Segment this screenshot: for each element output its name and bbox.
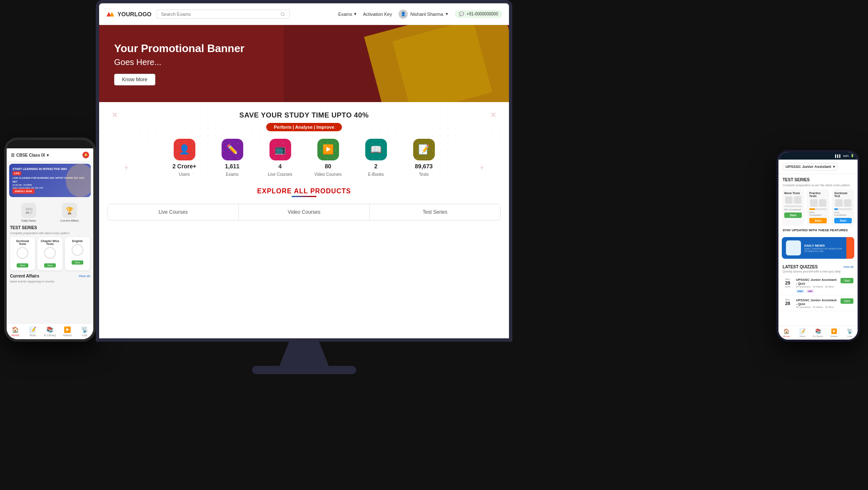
quiz-title: LATEST QUIZZES bbox=[783, 265, 818, 269]
user-name: Nishant Sharma bbox=[410, 12, 443, 17]
stat-icon-wrap: 📺 bbox=[269, 139, 291, 160]
left-phone-class-label: ☰ CBSE Class IX ▾ bbox=[11, 153, 49, 158]
test-card-1[interactable]: Chapter Wise Tests Start bbox=[37, 237, 62, 270]
rph-tests-icon: 📝 bbox=[799, 328, 806, 334]
rph-card-thumb-1 bbox=[810, 199, 818, 207]
quiz-btn-1[interactable]: Start bbox=[841, 298, 853, 304]
search-input[interactable] bbox=[161, 12, 278, 17]
daily-news-icon-item[interactable]: 📰 Daily News bbox=[21, 203, 36, 222]
rph-elibrary-icon: 📚 bbox=[815, 328, 821, 334]
rph-card-thumb-0 bbox=[785, 196, 793, 204]
stat-icon: 👤 bbox=[179, 144, 190, 155]
ph-nav-videos[interactable]: ▶️ Videos bbox=[59, 326, 76, 337]
stat-label: E-Books bbox=[368, 172, 384, 177]
banner-subtitle: Goes Here... bbox=[114, 58, 244, 67]
quiz-badge-eng-0: ENG bbox=[796, 290, 805, 293]
exam-dropdown[interactable]: UPSSSC Junior Assistant ▾ bbox=[783, 163, 838, 170]
rph-test-card-1[interactable]: Practice Tests 34% Completed Start bbox=[807, 189, 829, 226]
test-series-sub: Complete preparation with latest exam pa… bbox=[7, 232, 93, 237]
notification-badge[interactable]: 🔔 bbox=[82, 152, 89, 158]
tab-live-courses[interactable]: Live Courses bbox=[108, 204, 239, 220]
tab-test-series[interactable]: Test Series bbox=[370, 204, 500, 220]
exams-nav[interactable]: Exams ▾ bbox=[338, 11, 357, 17]
user-nav[interactable]: 👤 Nishant Sharma ▾ bbox=[399, 10, 448, 19]
rph-start-btn-2[interactable]: Start bbox=[834, 218, 852, 223]
test-card-2-title: English bbox=[67, 240, 87, 242]
ph-nav-elibrary[interactable]: 📚 E-Library bbox=[41, 326, 59, 337]
current-affairs-icon-item[interactable]: 🏆 Current Affairs bbox=[60, 203, 79, 222]
left-phone-header: ☰ CBSE Class IX ▾ 🔔 bbox=[7, 148, 93, 161]
ph-nav-live[interactable]: 📡 Live bbox=[76, 326, 93, 337]
phone-notch bbox=[35, 140, 65, 148]
svg-line-3 bbox=[284, 15, 284, 16]
videos-icon: ▶️ bbox=[64, 326, 71, 333]
rph-nav-home[interactable]: 🏠 Home bbox=[778, 328, 794, 338]
ph-nav-tests[interactable]: 📝 Tests bbox=[24, 326, 42, 337]
view-all-link[interactable]: View all bbox=[79, 274, 90, 278]
stat-label: Tests bbox=[419, 172, 429, 177]
product-tabs: Live Courses Video Courses Test Series bbox=[107, 204, 501, 220]
monitor-screen: YOURLOGO Exams ▾ Activation Key 👤 Nishan… bbox=[99, 3, 509, 338]
explore-underline bbox=[292, 196, 317, 197]
current-affairs-icon: 🏆 bbox=[62, 203, 77, 218]
tests-label: Tests bbox=[29, 334, 36, 337]
left-phone-screen: ☰ CBSE Class IX ▾ 🔔 START LEARNING IN IN… bbox=[7, 148, 93, 342]
rph-tests-label: Tests bbox=[799, 335, 805, 338]
quiz-view-all[interactable]: View All bbox=[843, 265, 853, 268]
search-bar[interactable] bbox=[157, 10, 290, 19]
elibrary-label: E-Library bbox=[44, 334, 56, 337]
rph-elibrary-label: E-Library bbox=[813, 335, 823, 338]
monitor-wrap: YOURLOGO Exams ▾ Activation Key 👤 Nishan… bbox=[96, 0, 512, 375]
test-card-0-btn[interactable]: Start bbox=[17, 263, 29, 268]
rph-progress-bar-0 bbox=[784, 205, 802, 207]
stat-item: 📺 4 Live Courses bbox=[260, 139, 300, 177]
banner-img-overlay bbox=[284, 25, 509, 102]
features-banner-sub: DAILY UPDATES OF NEWS FOR STUDENTS USE bbox=[804, 248, 843, 252]
quiz-btn-0[interactable]: Start bbox=[841, 278, 853, 283]
phone-number: +91-0000000000 bbox=[466, 12, 498, 16]
home-label: Home bbox=[11, 334, 19, 337]
left-phone-banner: START LEARNING IN INTRACTIVE WAY LIVE LI… bbox=[9, 164, 91, 197]
ph-nav-home[interactable]: 🏠 Home bbox=[7, 326, 24, 337]
rph-nav-elibrary[interactable]: 📚 E-Library bbox=[810, 328, 826, 338]
rph-test-series-title: TEST SERIES bbox=[778, 174, 858, 184]
rph-start-btn-1[interactable]: Start bbox=[809, 218, 827, 223]
rph-nav-live[interactable]: 📡 Live bbox=[842, 328, 858, 338]
rph-card-thumb-2 bbox=[835, 199, 843, 207]
banner-title: Your Promotional Banner bbox=[114, 42, 244, 55]
class-name: CBSE Class IX bbox=[16, 153, 45, 158]
logo-text: YOURLOGO bbox=[117, 11, 152, 18]
daily-news-icon: 📰 bbox=[21, 203, 36, 218]
home-icon: 🏠 bbox=[12, 326, 19, 333]
cross-deco-3: + bbox=[124, 164, 129, 172]
test-card-1-btn[interactable]: Start bbox=[44, 263, 56, 268]
stat-number: 2 bbox=[374, 163, 378, 170]
signal-icon: ▌▌▌ bbox=[835, 155, 841, 158]
rph-card-icons-0 bbox=[784, 196, 802, 204]
stat-item: ▶️ 80 Video Courses bbox=[308, 139, 348, 177]
rph-start-btn-0[interactable]: Start bbox=[784, 212, 802, 218]
test-card-0[interactable]: Sectional Tests Start bbox=[10, 237, 35, 270]
stat-item: 📝 89,673 Tests bbox=[404, 139, 444, 177]
enroll-button[interactable]: ENROLL NOW bbox=[12, 189, 35, 194]
test-card-2-btn[interactable]: Start bbox=[72, 260, 84, 265]
banner-text: Your Promotional Banner Goes Here... Kno… bbox=[114, 42, 244, 85]
know-more-button[interactable]: Know More bbox=[114, 74, 155, 85]
stat-number: 89,673 bbox=[415, 163, 433, 170]
stat-number: 1,611 bbox=[225, 163, 239, 170]
quiz-date-row-0: May 29 2024 UPSSSC Junior Assistant - Qu… bbox=[783, 278, 853, 293]
test-series-title: TEST SERIES bbox=[7, 225, 93, 232]
rph-test-card-2[interactable]: Sectional Test 21% Completed Start bbox=[832, 189, 854, 226]
stat-icon-wrap: 📖 bbox=[365, 139, 387, 160]
hamburger-icon[interactable]: ☰ bbox=[11, 153, 15, 158]
rph-test-card-0[interactable]: Mock Tests 0% Completed Start bbox=[782, 189, 804, 226]
test-card-1-circle bbox=[44, 247, 56, 259]
rph-nav-tests[interactable]: 📝 Tests bbox=[794, 328, 810, 338]
tab-video-courses[interactable]: Video Courses bbox=[239, 204, 369, 220]
test-card-2[interactable]: English Start bbox=[65, 237, 90, 270]
features-icon bbox=[786, 240, 801, 255]
live-label: Live bbox=[82, 334, 87, 337]
rph-nav-videos[interactable]: ▶️ Videos bbox=[826, 328, 842, 338]
quiz-info-0: UPSSSC Junior Assistant - Quiz 20 Questi… bbox=[796, 278, 837, 293]
activation-key-nav[interactable]: Activation Key bbox=[363, 12, 392, 17]
